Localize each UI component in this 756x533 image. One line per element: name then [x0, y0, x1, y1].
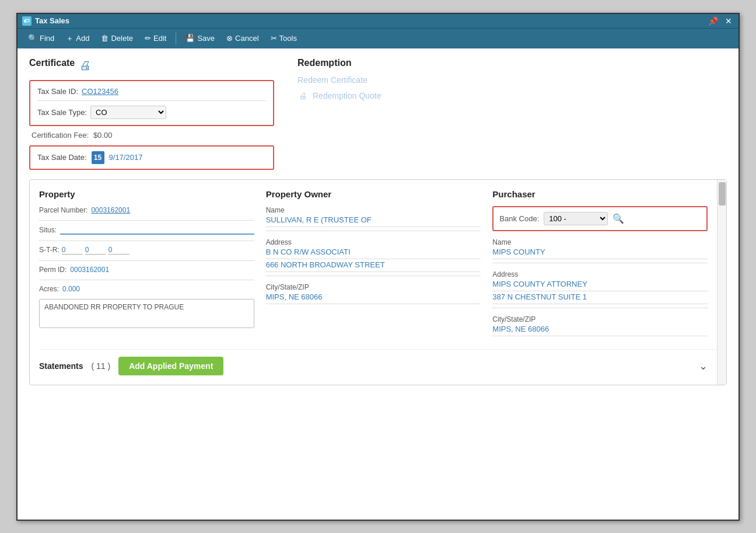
statements-count: ( 11 ): [91, 361, 110, 371]
str-row: S-T-R:: [39, 246, 254, 255]
property-owner-title: Property Owner: [266, 189, 481, 199]
purchaser-name-value: MIPS COUNTY: [492, 248, 708, 259]
property-description: ABANDONED RR PROPERTY TO PRAGUE: [39, 299, 254, 328]
print-redemption-icon: 🖨: [298, 90, 308, 101]
cert-fee-label: Certification Fee:: [32, 131, 89, 140]
tax-sale-type-label: Tax Sale Type:: [37, 108, 87, 117]
purchaser-address-label: Address: [492, 270, 708, 278]
toolbar: 🔍 Find ＋ Add 🗑 Delete ✏ Edit 💾 Save ⊗ Ca…: [18, 28, 738, 48]
find-button[interactable]: 🔍 Find: [23, 32, 59, 45]
tools-icon: ✂: [271, 34, 277, 43]
purchaser-city-value: MIPS, NE 68066: [492, 325, 708, 336]
tax-sale-type-select[interactable]: CO TD OC: [90, 106, 166, 119]
title-bar: 🏷 Tax Sales 📌 ✕: [18, 14, 738, 28]
acres-field: Acres: 0.000: [39, 285, 254, 293]
close-button[interactable]: ✕: [723, 16, 734, 26]
acres-label: Acres:: [39, 285, 59, 293]
bank-code-row: Bank Code: 100 - 200 - 🔍: [499, 212, 701, 225]
situs-input[interactable]: [60, 225, 254, 235]
owner-city-label: City/State/ZIP: [266, 283, 481, 291]
perm-id-label: Perm ID:: [39, 266, 66, 274]
purchaser-address-field: Address MIPS COUNTY ATTORNEY 387 N CHEST…: [492, 270, 708, 304]
delete-icon: 🗑: [101, 34, 108, 43]
tax-sale-date-label: Tax Sale Date:: [37, 153, 87, 162]
owner-name-value[interactable]: SULLIVAN, R E (TRUSTEE OF: [266, 215, 481, 227]
statements-label: Statements: [39, 361, 83, 371]
purchaser-address-line1: MIPS COUNTY ATTORNEY: [492, 280, 708, 291]
bank-code-label: Bank Code:: [499, 214, 539, 223]
purchaser-name-label: Name: [492, 238, 708, 246]
add-icon: ＋: [66, 33, 74, 44]
redemption-quote-link[interactable]: Redemption Quote: [313, 91, 382, 100]
delete-button[interactable]: 🗑 Delete: [96, 32, 138, 45]
redemption-title: Redemption: [298, 58, 351, 68]
certificate-section: Certificate 🖨 Tax Sale ID: CO123456 Tax …: [29, 58, 274, 170]
perm-id-value[interactable]: 0003162001: [70, 266, 109, 274]
cert-fee-row: Certification Fee: $0.00: [29, 131, 274, 140]
redemption-quote-row[interactable]: 🖨 Redemption Quote: [298, 90, 727, 101]
str-s-input[interactable]: [62, 246, 83, 255]
save-button[interactable]: 💾 Save: [181, 32, 219, 45]
parcel-number-label: Parcel Number:: [39, 206, 88, 214]
situs-field: Situs:: [39, 225, 254, 235]
tax-sale-id-row: Tax Sale ID: CO123456: [37, 87, 266, 96]
tax-sale-date-value[interactable]: 9/17/2017: [109, 153, 143, 162]
statements-bar: Statements ( 11 ) Add Applied Payment ⌄: [39, 349, 717, 375]
property-owner-column: Property Owner Name SULLIVAN, R E (TRUST…: [266, 189, 481, 340]
add-button[interactable]: ＋ Add: [61, 31, 94, 46]
chevron-down-icon[interactable]: ⌄: [699, 360, 708, 372]
redeem-certificate-link[interactable]: Redeem Certificate: [298, 75, 727, 85]
pin-button[interactable]: 📌: [706, 16, 720, 26]
parcel-number-value[interactable]: 0003162001: [91, 206, 130, 214]
purch-sep2: [492, 308, 708, 308]
owner-address-field: Address B N CO R/W ASSOCIATI 666 NORTH B…: [266, 238, 481, 272]
tax-sale-date-day: 15: [92, 151, 104, 164]
owner-sep1: [266, 231, 481, 231]
owner-address-label: Address: [266, 238, 481, 246]
tax-sale-date-group: Tax Sale Date: 15 9/17/2017: [29, 145, 274, 170]
owner-address-line2: 666 NORTH BROADWAY STREET: [266, 260, 481, 272]
str-label: S-T-R:: [39, 246, 60, 254]
content-area: Certificate 🖨 Tax Sale ID: CO123456 Tax …: [18, 48, 738, 520]
owner-city-field: City/State/ZIP MIPS, NE 68066: [266, 283, 481, 304]
tax-sale-id-value[interactable]: CO123456: [82, 87, 118, 96]
purchaser-column: Purchaser Bank Code: 100 - 200 - 🔍: [492, 189, 708, 340]
cert-fee-value: $0.00: [93, 131, 113, 140]
cancel-icon: ⊗: [226, 34, 233, 43]
str-r-input[interactable]: [108, 246, 130, 255]
find-icon: 🔍: [28, 34, 37, 43]
bank-search-button[interactable]: 🔍: [612, 213, 624, 224]
situs-label: Situs:: [39, 226, 57, 234]
owner-sep2: [266, 276, 481, 276]
tax-sale-id-label: Tax Sale ID:: [37, 87, 78, 96]
redemption-section: Redemption Redeem Certificate 🖨 Redempti…: [298, 58, 727, 170]
tools-button[interactable]: ✂ Tools: [266, 32, 302, 45]
three-columns: Property Parcel Number: 0003162001 Situs…: [39, 189, 717, 340]
owner-city-value: MIPS, NE 68066: [266, 292, 481, 304]
edit-button[interactable]: ✏ Edit: [140, 32, 171, 45]
owner-name-field: Name SULLIVAN, R E (TRUSTEE OF: [266, 206, 481, 227]
bank-code-group: Bank Code: 100 - 200 - 🔍: [492, 206, 708, 231]
owner-address-line1: B N CO R/W ASSOCIATI: [266, 248, 481, 259]
tax-sale-type-row: Tax Sale Type: CO TD OC: [37, 106, 266, 119]
property-column: Property Parcel Number: 0003162001 Situs…: [39, 189, 254, 340]
separator1: [176, 33, 176, 44]
top-sections: Certificate 🖨 Tax Sale ID: CO123456 Tax …: [29, 58, 727, 170]
cert-id-type-group: Tax Sale ID: CO123456 Tax Sale Type: CO …: [29, 80, 274, 126]
owner-name-label: Name: [266, 206, 481, 214]
window-title: Tax Sales: [35, 16, 703, 25]
purch-sep1: [492, 263, 708, 263]
str-t-input[interactable]: [85, 246, 106, 255]
perm-id-field: Perm ID: 0003162001: [39, 266, 254, 274]
scrollbar[interactable]: [717, 180, 726, 385]
print-certificate-icon[interactable]: 🖨: [79, 59, 91, 72]
scroll-thumb: [719, 182, 726, 205]
purchaser-address-line2: 387 N CHESTNUT SUITE 1: [492, 292, 708, 304]
cancel-button[interactable]: ⊗ Cancel: [222, 32, 263, 45]
acres-value[interactable]: 0.000: [62, 285, 80, 293]
add-applied-payment-button[interactable]: Add Applied Payment: [118, 357, 223, 375]
bank-code-select[interactable]: 100 - 200 -: [544, 212, 608, 225]
purchaser-title: Purchaser: [492, 189, 708, 199]
purchaser-city-label: City/State/ZIP: [492, 315, 708, 323]
purchaser-name-field: Name MIPS COUNTY: [492, 238, 708, 259]
